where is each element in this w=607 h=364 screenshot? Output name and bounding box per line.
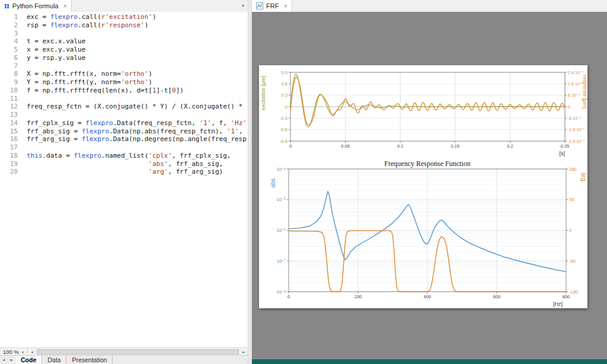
- code-text: 'abs', frf_abs_sig,: [27, 160, 223, 168]
- right-tick-label: 0: [569, 228, 571, 233]
- x-tick-label: 0.25: [561, 143, 570, 149]
- x-tick-label: 200: [354, 294, 362, 299]
- x-tick-label: 400: [424, 294, 432, 299]
- flexpro-window: { "icons": { "pi": "π", "close": "×", "t…: [0, 0, 607, 364]
- tab-python-formula[interactable]: π Python Formula ×: [0, 0, 72, 12]
- zoom-level: 100 %: [3, 349, 19, 355]
- sheet-tab-bar: ◄ ► Code Data Presentation: [0, 355, 248, 364]
- x-tick-label: 0: [287, 294, 290, 299]
- code-text: y = rsp.y.value: [27, 54, 85, 62]
- sheet-prev-icon[interactable]: ◄: [0, 356, 8, 364]
- status-strip: [252, 359, 607, 364]
- line-number: 14: [0, 119, 18, 127]
- left-tick-label: 10⁻⁶: [277, 228, 286, 233]
- code-text: f = np.fft.rfftfreq(len(x), d=t[1]-t[0]): [27, 87, 184, 95]
- close-icon[interactable]: ×: [63, 2, 66, 9]
- left-tick-label: -0.9: [280, 139, 287, 144]
- chart-title: Frequency Response Function: [384, 160, 470, 168]
- left-tick-label: 0.6: [282, 81, 287, 87]
- x-tick-label: 0.15: [451, 143, 459, 149]
- line-number: 20: [0, 168, 18, 176]
- excitation-response-chart: 00.050.10.150.20.250.92.4·10⁻⁷0.61.6·10⁻…: [259, 65, 587, 158]
- code-text: x = exc.y.value: [27, 46, 85, 54]
- line-number: 11: [0, 95, 18, 103]
- pane-splitter[interactable]: [248, 0, 252, 364]
- tab-frf[interactable]: FRF ×: [252, 0, 292, 12]
- excitation-series-line: [290, 74, 565, 127]
- code-text: frf_abs_sig = flexpro.Data(np.abs(freq_r…: [27, 127, 242, 136]
- right-tick-label: -180: [569, 289, 578, 295]
- right-tick-label: -90: [569, 258, 576, 264]
- left-tick-label: 10⁻⁸: [277, 289, 286, 295]
- code-text: t = exc.x.value: [27, 37, 85, 46]
- left-tick-label: 0.9: [282, 70, 287, 75]
- sheet-tab-data[interactable]: Data: [42, 356, 66, 364]
- horizontal-scroll-thumb[interactable]: [37, 349, 239, 355]
- line-number: 16: [0, 135, 18, 143]
- x-tick-label: 0.2: [507, 143, 513, 149]
- x-axis-unit: [Hz]: [553, 301, 563, 307]
- code-text: Y = np.fft.rfft(y, norm='ortho'): [27, 78, 152, 87]
- line-number: 10: [0, 87, 18, 95]
- line-number: 1: [0, 13, 18, 21]
- x-tick-label: 800: [563, 294, 570, 299]
- line-number: 2: [0, 21, 18, 30]
- response-series-line: [290, 77, 565, 125]
- right-tick-label: 180: [569, 167, 577, 172]
- x-tick-label: 600: [493, 294, 501, 299]
- code-text: exc = flexpro.call(r'excitation'): [27, 13, 156, 21]
- frf-tab-icon: [256, 2, 263, 9]
- left-tick-label: 10⁻⁵: [277, 197, 286, 202]
- right-tick-label: 2.4·10⁻⁷: [568, 71, 584, 75]
- left-axis-title: abs: [270, 178, 276, 188]
- line-number: 7: [0, 62, 18, 71]
- left-tick-label: 10⁻⁷: [277, 258, 286, 264]
- sheet-next-icon[interactable]: ►: [8, 356, 15, 364]
- right-tick-label: -2.4·10⁻⁷: [568, 139, 585, 143]
- left-tick-label: 0.3: [282, 92, 287, 98]
- code-text: X = np.fft.rfft(x, norm='ortho'): [27, 70, 152, 78]
- editor-status-bar: 100 % ▼ ◄ ►: [0, 347, 248, 356]
- line-number: 18: [0, 152, 18, 160]
- x-tick-label: 0.05: [341, 143, 350, 149]
- line-number: 4: [0, 37, 18, 46]
- frf-chart: 020040060080010⁻⁴18010⁻⁵9010⁻⁶010⁻⁷-9010…: [259, 160, 587, 308]
- right-tick-label: 8·10⁻⁸: [568, 93, 580, 97]
- tab-python-formula-title: Python Formula: [12, 2, 59, 9]
- x-tick-label: 0: [289, 143, 292, 149]
- left-tab-bar: π Python Formula × ▼: [0, 0, 248, 12]
- left-axis-title: excitation [μm]: [260, 76, 266, 110]
- code-text: frf_arg_sig = flexpro.Data(np.degrees(np…: [27, 135, 247, 143]
- code-text: frf_cplx_sig = flexpro.Data(freq_resp_fc…: [27, 119, 247, 127]
- line-number: 9: [0, 78, 18, 87]
- sheet-tab-code[interactable]: Code: [15, 356, 42, 364]
- left-tick-label: 0: [285, 104, 287, 110]
- right-tick-label: -1.6·10⁻⁷: [568, 127, 585, 132]
- left-tick-label: -0.6: [280, 127, 287, 132]
- line-number: 5: [0, 46, 18, 54]
- right-axis-title: response [μm]: [582, 75, 587, 108]
- line-number: 13: [0, 111, 18, 119]
- document-canvas: 00.050.10.150.20.250.92.4·10⁻⁷0.61.6·10⁻…: [252, 12, 607, 359]
- right-tab-bar: FRF ×: [252, 0, 607, 12]
- close-icon[interactable]: ×: [283, 2, 287, 9]
- code-text: this.data = flexpro.named_list('cplx', f…: [27, 152, 231, 160]
- line-number: 15: [0, 127, 18, 136]
- line-number: 8: [0, 70, 18, 78]
- right-tick-label: -8·10⁻⁸: [568, 116, 582, 120]
- right-tick-label: 1.6·10⁻⁷: [568, 82, 584, 86]
- tab-frf-title: FRF: [266, 2, 279, 9]
- right-axis-title: arg: [580, 173, 587, 181]
- sheet-tab-data-label: Data: [47, 356, 60, 363]
- left-tick-label: 10⁻⁴: [276, 167, 286, 172]
- python-formula-icon: π: [4, 2, 9, 10]
- zoom-dropdown-icon[interactable]: ▼: [21, 350, 24, 354]
- right-tick-label: 90: [569, 197, 574, 202]
- sheet-tab-presentation[interactable]: Presentation: [66, 356, 113, 364]
- sheet-tab-code-label: Code: [21, 356, 36, 363]
- tab-list-dropdown-icon[interactable]: ▼: [241, 4, 245, 8]
- line-number: 19: [0, 160, 18, 168]
- code-text: rsp = flexpro.call(r'response'): [27, 21, 148, 30]
- line-number: 12: [0, 103, 18, 111]
- code-text: freq_resp_fctn = (X.conjugate() * Y) / (…: [27, 103, 242, 111]
